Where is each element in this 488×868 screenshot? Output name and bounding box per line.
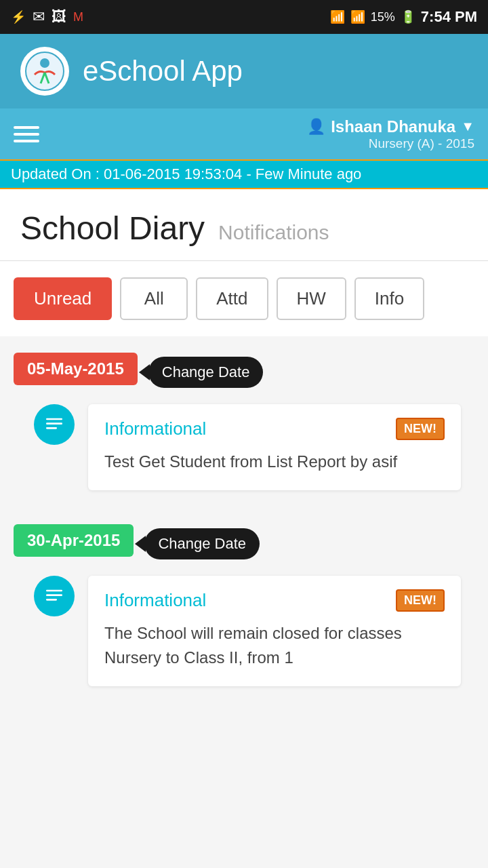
svg-point-1 xyxy=(40,58,49,68)
battery-label: 15% xyxy=(371,10,395,24)
timeline-2: Informational NEW! The School will remai… xyxy=(14,576,474,686)
signal-icon: 📶 xyxy=(350,9,365,24)
svg-rect-5 xyxy=(46,422,62,425)
svg-rect-4 xyxy=(46,418,62,420)
timeline-icon-2 xyxy=(34,576,75,616)
gmail-icon: M xyxy=(73,10,83,24)
tab-all[interactable]: All xyxy=(120,277,188,320)
card-type-2: Informational xyxy=(104,590,206,611)
diary-entry-1: 05-May-2015 Change Date Informational NE… xyxy=(0,336,488,508)
change-date-2[interactable]: Change Date xyxy=(144,528,260,559)
date-badge-1: 05-May-2015 xyxy=(14,353,138,385)
page-title: School Diary xyxy=(20,210,205,247)
page-subtitle: Notifications xyxy=(218,221,329,244)
updated-on-label: Updated On : xyxy=(11,165,100,182)
page-title-area: School Diary Notifications xyxy=(0,189,488,261)
timeline-item-1: Informational NEW! Test Get Student from… xyxy=(34,404,474,490)
tab-unread[interactable]: Unread xyxy=(14,277,112,320)
timeline-1: Informational NEW! Test Get Student from… xyxy=(14,404,474,490)
status-icons-left: ⚡ ✉ 🖼 M xyxy=(11,8,83,26)
nav-bar: 👤 Ishaan Dhanuka ▼ Nursery (A) - 2015 xyxy=(0,108,488,159)
timeline-icon-1 xyxy=(34,404,75,445)
wifi-icon: 📶 xyxy=(330,9,345,24)
list-icon-2 xyxy=(43,585,65,607)
list-icon-1 xyxy=(43,414,65,435)
update-banner: Updated On : 01-06-2015 19:53:04 - Few M… xyxy=(0,159,488,189)
card-body-2: The School will remain closed for classe… xyxy=(104,621,445,670)
diary-entry-2: 30-Apr-2015 Change Date Informational NE… xyxy=(0,508,488,704)
hamburger-menu[interactable] xyxy=(14,126,39,142)
usb-icon: ⚡ xyxy=(11,9,26,24)
change-date-1[interactable]: Change Date xyxy=(148,357,264,388)
app-title: eSchool App xyxy=(83,55,243,87)
update-text: Updated On : 01-06-2015 19:53:04 - Few M… xyxy=(11,165,361,183)
user-icon: 👤 xyxy=(307,118,325,136)
card-header-2: Informational NEW! xyxy=(104,589,445,612)
updated-on-value: 01-06-2015 19:53:04 - Few Minute ago xyxy=(100,165,361,182)
date-badge-2: 30-Apr-2015 xyxy=(14,524,134,557)
svg-rect-8 xyxy=(46,594,62,596)
status-bar: ⚡ ✉ 🖼 M 📶 📶 15% 🔋 7:54 PM xyxy=(0,0,488,34)
svg-rect-6 xyxy=(46,427,57,429)
tab-hw[interactable]: HW xyxy=(277,277,346,320)
user-dropdown-arrow[interactable]: ▼ xyxy=(461,119,474,134)
new-badge-2: NEW! xyxy=(396,589,445,612)
diary-card-2: Informational NEW! The School will remai… xyxy=(88,576,461,686)
filter-tabs: Unread All Attd HW Info xyxy=(0,261,488,336)
app-logo xyxy=(20,47,69,96)
content-area: 05-May-2015 Change Date Informational NE… xyxy=(0,336,488,717)
app-header: eSchool App xyxy=(0,34,488,108)
status-icons-right: 📶 📶 15% 🔋 7:54 PM xyxy=(330,8,477,26)
mail-icon: ✉ xyxy=(33,8,45,26)
svg-rect-7 xyxy=(46,590,62,592)
tab-info[interactable]: Info xyxy=(354,277,424,320)
new-badge-1: NEW! xyxy=(396,418,445,440)
image-icon: 🖼 xyxy=(52,8,66,26)
timeline-item-2: Informational NEW! The School will remai… xyxy=(34,576,474,686)
battery-icon: 🔋 xyxy=(401,9,415,24)
logo-svg xyxy=(24,51,65,92)
card-body-1: Test Get Student from List Report by asi… xyxy=(104,450,445,474)
user-class: Nursery (A) - 2015 xyxy=(369,136,474,151)
svg-rect-9 xyxy=(46,599,57,601)
user-name: Ishaan Dhanuka xyxy=(331,117,455,136)
diary-card-1: Informational NEW! Test Get Student from… xyxy=(88,404,461,490)
card-type-1: Informational xyxy=(104,418,206,439)
user-info[interactable]: 👤 Ishaan Dhanuka ▼ Nursery (A) - 2015 xyxy=(307,117,474,151)
time-display: 7:54 PM xyxy=(421,8,477,26)
tab-attd[interactable]: Attd xyxy=(196,277,268,320)
svg-point-0 xyxy=(26,52,64,90)
card-header-1: Informational NEW! xyxy=(104,418,445,440)
